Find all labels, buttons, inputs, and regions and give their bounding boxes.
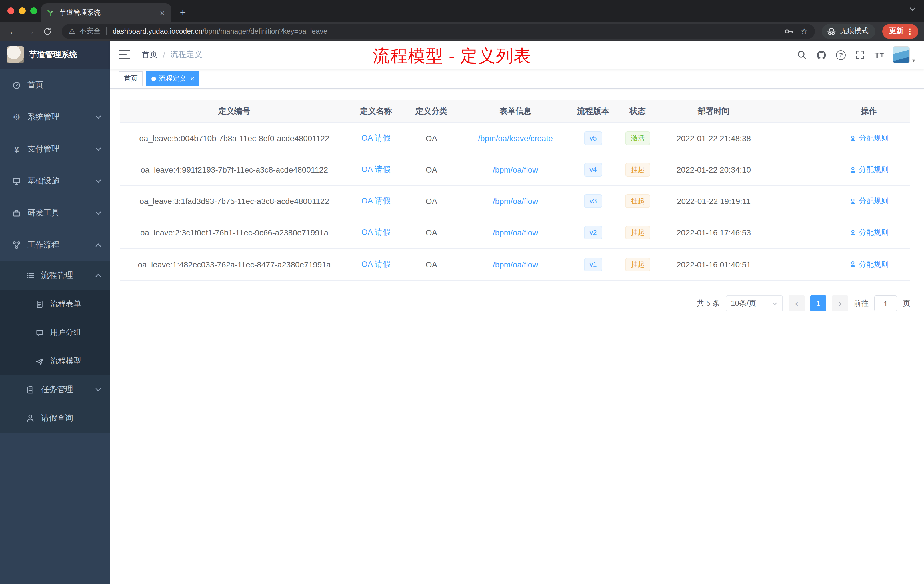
deploy-time: 2022-01-22 19:19:11: [660, 186, 767, 216]
assign-rule-link[interactable]: 分配规则: [849, 228, 889, 238]
font-size-icon[interactable]: [874, 50, 884, 60]
chevron-down-icon: [95, 388, 102, 392]
sidebar-item-system[interactable]: ⚙ 系统管理: [0, 101, 110, 133]
reload-button[interactable]: [40, 24, 55, 39]
browser-update-button[interactable]: 更新: [882, 24, 918, 39]
sidebar-item-label: 支付管理: [27, 144, 89, 154]
url-text[interactable]: dashboard.yudao.iocoder.cn/bpm/manager/d…: [112, 27, 780, 35]
form-info-link[interactable]: /bpm/oa/flow: [493, 196, 538, 206]
assign-rule-link[interactable]: 分配规则: [849, 259, 889, 269]
window-minimize-button[interactable]: [19, 7, 26, 14]
assign-rule-link[interactable]: 分配规则: [849, 196, 889, 206]
definition-id: oa_leave:4:991f2193-7b7f-11ec-a3c8-acde4…: [120, 154, 348, 185]
goto-page-input[interactable]: [874, 295, 897, 312]
back-button[interactable]: [6, 24, 21, 39]
sidebar-item-label: 流程模型: [50, 356, 102, 366]
definition-category: OA: [403, 154, 459, 185]
gear-icon: ⚙: [12, 112, 22, 122]
page-header: 首页 / 流程定义 流程模型 - 定义列表: [110, 41, 924, 69]
dashboard-icon: [12, 81, 22, 90]
definition-category: OA: [403, 123, 459, 154]
chevron-up-icon: [95, 273, 102, 278]
sidebar-item-process-manage[interactable]: 流程管理: [0, 261, 110, 290]
pagination: 共 5 条 10条/页 1 前往 页: [120, 295, 910, 312]
next-page-button[interactable]: [832, 295, 848, 312]
form-info-link[interactable]: /bpm/oa/flow: [493, 260, 538, 269]
address-bar[interactable]: 不安全 dashboard.yudao.iocoder.cn/bpm/manag…: [62, 24, 815, 39]
window-controls: [7, 7, 37, 14]
browser-menu-kebab-icon[interactable]: [906, 26, 914, 36]
security-label[interactable]: 不安全: [79, 26, 101, 36]
sidebar-item-devtools[interactable]: 研发工具: [0, 197, 110, 229]
url-divider: [106, 27, 107, 35]
fullscreen-icon[interactable]: [855, 50, 865, 60]
tab-close-icon[interactable]: [158, 8, 167, 17]
definition-name-link[interactable]: OA 请假: [361, 133, 391, 144]
definition-name-link[interactable]: OA 请假: [361, 165, 391, 175]
status-badge: 激活: [625, 132, 650, 145]
hamburger-icon[interactable]: [119, 50, 130, 59]
deploy-time: 2022-01-16 17:46:53: [660, 217, 767, 248]
infrastructure-icon: [12, 177, 22, 186]
sidebar-item-leave-query[interactable]: 请假查询: [0, 404, 110, 432]
tag-process-definition[interactable]: 流程定义: [146, 71, 200, 86]
security-warning-icon[interactable]: [69, 27, 75, 35]
window-close-button[interactable]: [7, 7, 14, 14]
goto-suffix: 页: [903, 298, 910, 308]
breadcrumb-home[interactable]: 首页: [142, 50, 158, 60]
process-manage-icon: [25, 271, 35, 280]
definition-name-link[interactable]: OA 请假: [361, 228, 391, 238]
form-info-link[interactable]: /bpm/oa/flow: [493, 228, 538, 237]
prev-page-button[interactable]: [789, 295, 805, 312]
sidebar-item-home[interactable]: 首页: [0, 69, 110, 101]
chevron-up-icon: [95, 243, 102, 247]
assign-rule-link[interactable]: 分配规则: [849, 165, 889, 175]
page-number-button[interactable]: 1: [810, 295, 826, 312]
model-icon: [34, 357, 45, 365]
active-dot: [152, 76, 156, 81]
sidebar-item-label: 工作流程: [27, 240, 89, 250]
definition-id: oa_leave:2:3c1f0ef1-76b1-11ec-9c66-a2380…: [120, 217, 348, 248]
user-avatar-menu[interactable]: ▾: [893, 46, 915, 63]
sidebar-item-task-manage[interactable]: 任务管理: [0, 375, 110, 404]
sidebar-logo[interactable]: 芋道管理系统: [0, 41, 110, 69]
tab-title: 芋道管理系统: [59, 8, 153, 17]
sidebar-item-infrastructure[interactable]: 基础设施: [0, 165, 110, 197]
browser-titlebar: 芋道管理系统: [0, 0, 924, 22]
incognito-profile-chip[interactable]: 无痕模式: [822, 24, 875, 39]
forward-button[interactable]: [23, 24, 38, 39]
form-info-link[interactable]: /bpm/oa/flow: [493, 165, 538, 174]
breadcrumb: 首页 / 流程定义: [142, 50, 202, 60]
sidebar-item-user-group[interactable]: 用户分组: [0, 318, 110, 347]
definition-name-link[interactable]: OA 请假: [361, 259, 391, 269]
status-badge: 挂起: [625, 226, 650, 239]
page-size-select[interactable]: 10条/页: [726, 295, 783, 312]
sidebar-item-workflow[interactable]: 工作流程: [0, 229, 110, 261]
help-icon[interactable]: [836, 50, 846, 60]
column-header: 操作: [827, 100, 910, 122]
github-icon[interactable]: [816, 49, 827, 60]
passwords-key-icon[interactable]: [784, 26, 794, 36]
page-content: 定义编号 定义名称 定义分类 表单信息 流程版本 状态 部署时间 操作 oa_l…: [110, 89, 924, 312]
definition-name-link[interactable]: OA 请假: [361, 196, 391, 206]
definition-category: OA: [403, 217, 459, 248]
tag-home[interactable]: 首页: [119, 71, 143, 86]
new-tab-button[interactable]: [175, 5, 191, 21]
select-caret-icon: [772, 302, 778, 305]
assign-rule-link[interactable]: 分配规则: [849, 133, 889, 144]
leave-query-icon: [25, 414, 35, 423]
assign-rule-label: 分配规则: [859, 259, 889, 269]
tab-search-chevron-icon[interactable]: [909, 7, 916, 12]
bookmark-star-icon[interactable]: [800, 26, 808, 36]
sidebar-item-payment[interactable]: ¥ 支付管理: [0, 133, 110, 165]
workflow-icon: [12, 241, 22, 250]
sidebar-item-process-form[interactable]: 流程表单: [0, 290, 110, 318]
window-zoom-button[interactable]: [30, 7, 37, 14]
sidebar-item-process-model[interactable]: 流程模型: [0, 347, 110, 375]
tag-label: 首页: [124, 74, 138, 83]
task-icon: [25, 385, 35, 394]
search-icon[interactable]: [797, 50, 807, 60]
tag-close-icon[interactable]: [190, 74, 194, 82]
browser-tab[interactable]: 芋道管理系统: [41, 3, 172, 22]
form-info-link[interactable]: /bpm/oa/leave/create: [478, 134, 553, 143]
